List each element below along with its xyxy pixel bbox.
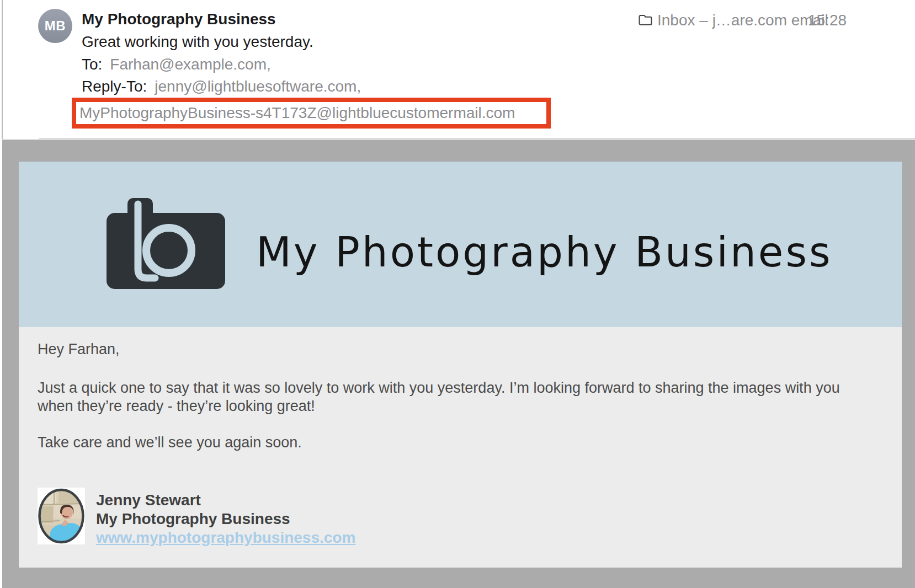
avatar-initials: MB bbox=[45, 18, 66, 34]
reply-to-address[interactable]: jenny@lightbluesoftware.com, bbox=[155, 78, 361, 95]
to-address[interactable]: Farhan@example.com, bbox=[110, 56, 270, 73]
to-label: To: bbox=[82, 56, 102, 73]
folder-icon bbox=[638, 13, 653, 29]
message-viewport[interactable]: My Photography Business Hey Farhan, Just… bbox=[2, 140, 915, 588]
email-content: My Photography Business Hey Farhan, Just… bbox=[19, 162, 902, 568]
to-line: To:Farhan@example.com, bbox=[82, 55, 271, 74]
avatar[interactable]: MB bbox=[38, 9, 72, 43]
received-time: 15:28 bbox=[808, 12, 847, 29]
website-link[interactable]: www.myphotographybusiness.com bbox=[96, 528, 355, 547]
reply-to-label: Reply-To: bbox=[82, 78, 147, 95]
signature-block: Jenny Stewart My Photography Business ww… bbox=[38, 488, 882, 549]
banner-title: My Photography Business bbox=[256, 228, 833, 276]
camera-logo-icon bbox=[107, 198, 225, 291]
greeting-text: Hey Farhan, bbox=[38, 340, 843, 359]
signature-name: Jenny Stewart bbox=[96, 491, 355, 510]
sender-name: My Photography Business bbox=[82, 10, 276, 29]
mail-message-pane: MB My Photography Business Great working… bbox=[0, 0, 915, 588]
signature-photo bbox=[38, 488, 85, 549]
reply-to-custom-address[interactable]: MyPhotographyBusiness-s4T173Z@lightbluec… bbox=[76, 104, 515, 122]
body-paragraph: Just a quick one to say that it was so l… bbox=[38, 379, 843, 415]
annotation-red-box: MyPhotographyBusiness-s4T173Z@lightbluec… bbox=[72, 98, 551, 129]
signature-text: Jenny Stewart My Photography Business ww… bbox=[96, 491, 355, 547]
message-subject: Great working with you yesterday. bbox=[82, 33, 313, 51]
email-banner: My Photography Business bbox=[19, 162, 902, 327]
reply-to-line: Reply-To:jenny@lightbluesoftware.com, bbox=[82, 77, 361, 96]
header-divider bbox=[39, 138, 915, 139]
pane-divider bbox=[2, 0, 3, 139]
mailbox-label: Inbox – j…are.com email bbox=[657, 12, 828, 29]
signature-business: My Photography Business bbox=[96, 510, 355, 528]
closing-paragraph: Take care and we’ll see you again soon. bbox=[38, 434, 843, 452]
email-body: Hey Farhan, Just a quick one to say that… bbox=[19, 327, 902, 568]
